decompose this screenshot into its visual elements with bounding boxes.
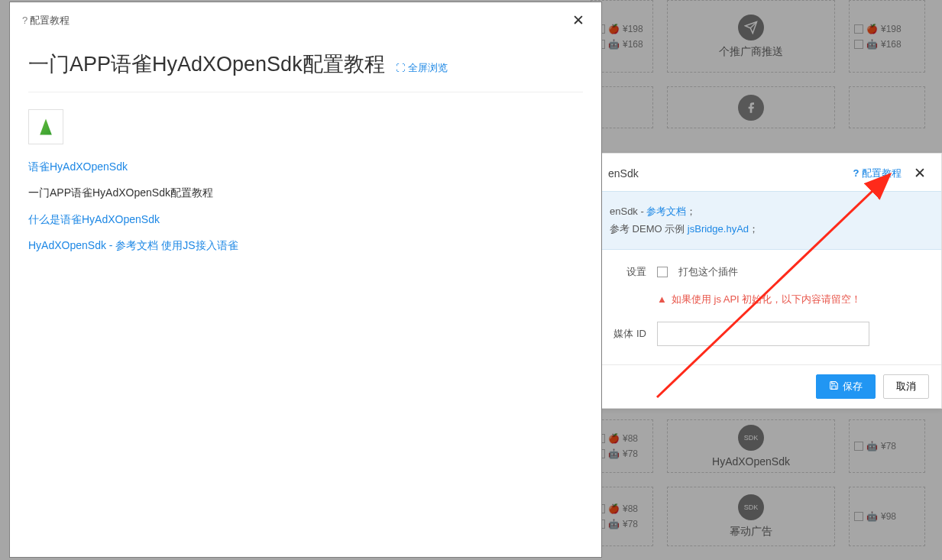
demo-link[interactable]: jsBridge.hyAd xyxy=(688,223,749,235)
thumbnail-image xyxy=(28,109,63,144)
content-link-3b[interactable]: 使用JS接入语雀 xyxy=(161,239,238,251)
close-icon[interactable]: ✕ xyxy=(909,163,931,183)
config-title: enSdk xyxy=(608,167,639,180)
fullscreen-link[interactable]: ⛶ 全屏浏览 xyxy=(396,61,448,75)
tutorial-modal: ?配置教程 ✕ 一门APP语雀HyAdXOpenSdk配置教程 ⛶ 全屏浏览 语… xyxy=(9,2,602,558)
warning-icon: ▲ xyxy=(657,293,667,305)
pack-plugin-checkbox[interactable] xyxy=(657,267,668,277)
expand-icon: ⛶ xyxy=(396,63,405,73)
save-icon xyxy=(829,380,839,393)
close-icon[interactable]: ✕ xyxy=(568,10,589,31)
page-title: 一门APP语雀HyAdXOpenSdk配置教程 xyxy=(28,50,385,78)
cancel-button[interactable]: 取消 xyxy=(883,374,929,399)
leaf-icon xyxy=(36,117,56,137)
media-id-label: 媒体 ID xyxy=(610,327,646,341)
pack-plugin-label: 打包这个插件 xyxy=(678,265,738,279)
warning-message: ▲ 如果使用 js API 初始化，以下内容请留空！ xyxy=(657,293,929,306)
config-panel: enSdk ? 配置教程 ✕ enSdk - 参考文档； 参考 DEMO 示例 … xyxy=(597,153,942,409)
config-info-box: enSdk - 参考文档； 参考 DEMO 示例 jsBridge.hyAd； xyxy=(597,191,941,250)
config-tutorial-link[interactable]: ? 配置教程 xyxy=(853,167,902,180)
save-button[interactable]: 保存 xyxy=(816,374,876,399)
modal-header-title: ?配置教程 xyxy=(22,14,70,28)
reference-doc-link[interactable]: 参考文档 xyxy=(646,206,686,217)
content-link-3a[interactable]: HyAdXOpenSdk - 参考文档 xyxy=(28,239,158,251)
content-link-1[interactable]: 语雀HyAdXOpenSdk xyxy=(28,160,128,173)
media-id-input[interactable] xyxy=(657,322,869,346)
content-link-2[interactable]: 什么是语雀HyAdXOpenSdk xyxy=(28,213,160,225)
content-text: 一门APP语雀HyAdXOpenSdk配置教程 xyxy=(28,184,583,201)
settings-label: 设置 xyxy=(610,265,646,279)
